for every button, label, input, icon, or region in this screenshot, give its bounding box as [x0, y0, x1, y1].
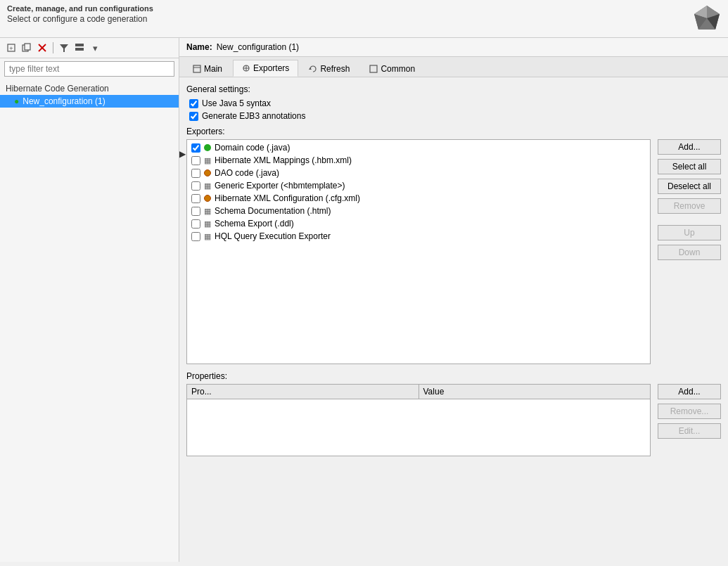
main-tab-icon	[193, 65, 201, 73]
properties-label: Properties:	[186, 371, 721, 381]
ejb3-checkbox[interactable]	[189, 112, 198, 121]
deselect-all-button[interactable]: Deselect all	[658, 179, 721, 194]
exporter-dao-checkbox[interactable]	[191, 169, 200, 178]
name-label: Name:	[186, 42, 212, 52]
remove-exporter-button[interactable]: Remove	[658, 198, 721, 214]
filter-button[interactable]	[57, 41, 71, 55]
tab-main-label: Main	[204, 64, 222, 74]
exporter-schema-export-checkbox[interactable]	[191, 219, 200, 229]
exporter-schema-export[interactable]: ▦ Schema Export (.ddl)	[189, 217, 649, 230]
copy-config-button[interactable]	[20, 41, 34, 55]
exporter-hibernate-cfg[interactable]: Hibernate XML Configuration (.cfg.xml)	[189, 192, 649, 205]
exporter-schema-doc-label: Schema Documentation (.html)	[215, 206, 331, 216]
tree-item-label: New_configuration (1)	[23, 96, 105, 106]
prop-col-property: Pro...	[187, 385, 419, 399]
ejb3-label: Generate EJB3 annotations	[202, 111, 305, 121]
tree-group-label: Hibernate Code Generation	[0, 82, 179, 95]
top-bar: Create, manage, and run configurations S…	[0, 0, 728, 38]
java5-checkbox[interactable]	[189, 99, 198, 108]
delete-config-button[interactable]	[35, 41, 49, 55]
properties-area: Pro... Value Add... Remove... Edit...	[186, 384, 721, 456]
svg-marker-20	[309, 67, 312, 70]
tab-common[interactable]: Common	[360, 60, 424, 77]
select-all-button[interactable]: Select all	[658, 159, 721, 174]
domain-code-icon	[204, 144, 211, 151]
svg-rect-9	[25, 44, 30, 50]
remove-property-button[interactable]: Remove...	[658, 404, 721, 419]
name-value: New_configuration (1)	[217, 42, 299, 52]
new-config-button[interactable]: +	[4, 41, 18, 55]
dao-code-icon	[204, 169, 211, 176]
exporter-cfg-checkbox[interactable]	[191, 194, 200, 203]
svg-rect-15	[193, 65, 200, 72]
svg-rect-14	[75, 48, 84, 51]
tab-content-exporters: General settings: Use Java 5 syntax Gene…	[179, 77, 728, 562]
refresh-tab-icon	[309, 65, 317, 73]
filter-input[interactable]	[4, 61, 174, 77]
tree-area: Hibernate Code Generation ● New_configur…	[0, 79, 179, 562]
name-row: Name: New_configuration (1)	[179, 38, 728, 57]
tab-refresh[interactable]: Refresh	[300, 60, 359, 77]
exporters-sidebar: Add... Select all Deselect all Remove Up…	[658, 139, 721, 364]
generic-exporter-icon: ▦	[204, 181, 211, 191]
general-settings-label: General settings:	[186, 84, 721, 94]
schema-doc-icon: ▦	[204, 207, 211, 216]
right-panel: Name: New_configuration (1) Main Exporte…	[179, 38, 728, 562]
properties-section: Properties: Pro... Value	[186, 371, 721, 456]
exporter-domain-checkbox[interactable]	[191, 143, 200, 153]
properties-table-container: Pro... Value	[186, 384, 651, 456]
tabs-bar: Main Exporters Refresh Common	[179, 57, 728, 77]
exporters-tab-icon	[242, 64, 250, 72]
exporter-hql-checkbox[interactable]	[191, 232, 200, 241]
svg-rect-13	[75, 44, 84, 46]
exporter-domain-code[interactable]: Domain code (.java)	[189, 141, 649, 154]
prop-col-value: Value	[419, 385, 651, 399]
svg-marker-12	[60, 44, 68, 52]
app-logo	[693, 4, 721, 34]
exporter-generic-checkbox[interactable]	[191, 181, 200, 191]
checkbox-java5[interactable]: Use Java 5 syntax	[186, 98, 721, 108]
tab-main[interactable]: Main	[184, 60, 231, 77]
properties-sidebar: Add... Remove... Edit...	[658, 384, 721, 456]
svg-text:+: +	[9, 45, 13, 52]
hibernate-xml-icon: ▦	[204, 156, 211, 165]
exporter-schema-doc-checkbox[interactable]	[191, 207, 200, 216]
tab-exporters-label: Exporters	[253, 63, 289, 73]
selection-arrow: ▶	[179, 147, 186, 160]
add-property-button[interactable]: Add...	[658, 384, 721, 399]
exporter-hql[interactable]: ▦ HQL Query Execution Exporter	[189, 230, 649, 243]
checkbox-ejb3[interactable]: Generate EJB3 annotations	[186, 111, 721, 121]
properties-header: Pro... Value	[187, 385, 650, 399]
app-title: Create, manage, and run configurations	[7, 4, 153, 13]
prop-body	[187, 399, 650, 456]
cfg-icon	[204, 195, 211, 202]
exporter-dao-code[interactable]: DAO code (.java)	[189, 167, 649, 179]
exporter-schema-export-label: Schema Export (.ddl)	[215, 219, 294, 229]
tab-exporters[interactable]: Exporters	[233, 60, 298, 77]
collapse-button[interactable]	[72, 41, 87, 55]
exporter-hibernate-xml-checkbox[interactable]	[191, 156, 200, 165]
schema-export-icon: ▦	[204, 219, 211, 229]
menu-button[interactable]: ▾	[88, 41, 102, 55]
tree-item-new-config[interactable]: ● New_configuration (1)	[0, 95, 179, 108]
exporter-schema-doc[interactable]: ▦ Schema Documentation (.html)	[189, 205, 649, 217]
common-tab-icon	[369, 65, 378, 73]
up-button[interactable]: Up	[658, 225, 721, 240]
edit-property-button[interactable]: Edit...	[658, 423, 721, 439]
add-exporter-button[interactable]: Add...	[658, 139, 721, 155]
java5-label: Use Java 5 syntax	[202, 98, 271, 108]
exporter-generic[interactable]: ▦ Generic Exporter (<hbmtemplate>)	[189, 179, 649, 192]
exporter-hibernate-xml[interactable]: ▦ Hibernate XML Mappings (.hbm.xml)	[189, 154, 649, 167]
tab-main-content: General settings: Use Java 5 syntax Gene…	[186, 84, 721, 555]
exporter-generic-label: Generic Exporter (<hbmtemplate>)	[215, 181, 345, 191]
toolbar-separator	[53, 42, 53, 53]
main-area: + ▾ Hibernate Code Generation ● New_conf…	[0, 38, 728, 562]
exporters-section: Exporters: ▶ Domain code (.java)	[186, 127, 721, 364]
left-panel: + ▾ Hibernate Code Generation ● New_conf…	[0, 38, 179, 562]
down-button[interactable]: Down	[658, 245, 721, 260]
exporter-cfg-label: Hibernate XML Configuration (.cfg.xml)	[215, 193, 360, 203]
properties-table: Pro... Value	[186, 384, 651, 456]
hql-icon: ▦	[204, 232, 211, 241]
exporter-hql-label: HQL Query Execution Exporter	[215, 231, 331, 241]
svg-rect-21	[370, 65, 377, 72]
